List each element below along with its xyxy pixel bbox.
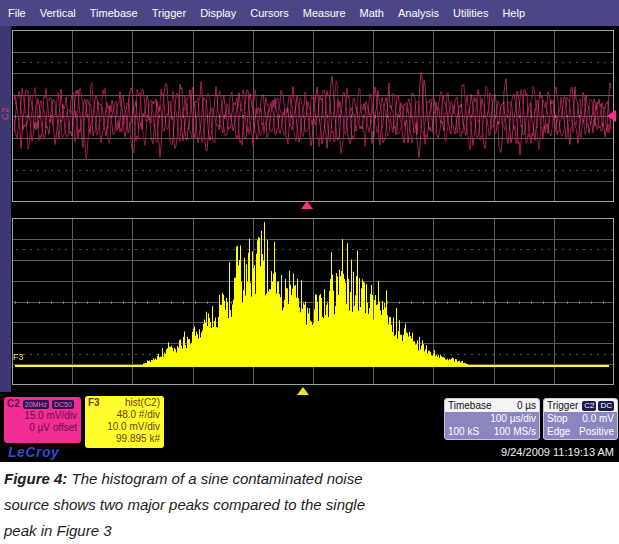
menu-vertical[interactable]: Vertical <box>40 7 76 19</box>
figure-caption-line3: peak in Figure 3 <box>4 522 112 539</box>
f3-function: hist(C2) <box>125 397 160 409</box>
trigger-title: Trigger <box>547 399 578 412</box>
left-frame-strip <box>0 26 11 392</box>
menu-math[interactable]: Math <box>360 7 384 19</box>
f3-trace-label: F3 <box>13 352 24 362</box>
menu-help[interactable]: Help <box>502 7 525 19</box>
c2-vertical-scale: 15.0 mV/div <box>7 410 77 422</box>
screenshot-root: File Vertical Timebase Trigger Display C… <box>0 0 619 544</box>
top-grid-c2-waveform[interactable] <box>12 30 614 202</box>
f3-population: 99.895 k# <box>88 433 160 445</box>
menu-bar: File Vertical Timebase Trigger Display C… <box>0 0 619 26</box>
trigger-coupling-badge: DC <box>598 401 614 411</box>
trigger-time-marker-icon[interactable] <box>301 201 313 209</box>
menu-measure[interactable]: Measure <box>303 7 346 19</box>
f3-vertical-scale: 48.0 #/div <box>88 409 160 421</box>
menu-timebase[interactable]: Timebase <box>90 7 138 19</box>
menu-file[interactable]: File <box>8 7 26 19</box>
lecroy-logo: LeCroy <box>8 444 59 460</box>
figure-caption-prefix: Figure 4: <box>4 470 67 487</box>
trigger-box[interactable]: Trigger C2 DC Stop 0.0 mV Edge Positive <box>543 398 618 440</box>
trigger-slope: Positive <box>579 425 614 438</box>
timebase-scale: 100 µs/div <box>490 412 536 425</box>
oscilloscope-window: File Vertical Timebase Trigger Display C… <box>0 0 619 462</box>
histogram-marker-icon[interactable] <box>297 387 309 395</box>
menu-utilities[interactable]: Utilities <box>453 7 488 19</box>
figure-caption-line1: The histogram of a sine contaminated noi… <box>72 470 363 487</box>
timebase-title: Timebase <box>448 399 492 412</box>
f3-descriptor-box[interactable]: F3 hist(C2) 48.0 #/div 10.0 mV/div 99.89… <box>85 396 164 448</box>
c2-bandwidth-badge: 20MHz <box>23 400 49 409</box>
c2-offset: 0 µV offset <box>7 422 77 434</box>
trigger-mode: Stop <box>547 412 568 425</box>
c2-trace-label: C2 <box>0 98 10 120</box>
menu-analysis[interactable]: Analysis <box>398 7 439 19</box>
trigger-type: Edge <box>547 425 570 438</box>
timestamp: 9/24/2009 11:19:13 AM <box>501 446 614 458</box>
menu-trigger[interactable]: Trigger <box>152 7 186 19</box>
c2-coupling-badge: DC50 <box>52 400 74 409</box>
timebase-box[interactable]: Timebase 0 µs 100 µs/div 100 kS 100 MS/s <box>444 398 540 440</box>
timebase-samples: 100 kS <box>448 425 479 438</box>
trigger-level-marker-icon[interactable] <box>607 110 616 122</box>
menu-display[interactable]: Display <box>200 7 236 19</box>
timebase-rate: 100 MS/s <box>494 425 536 438</box>
figure-caption-line2: source shows two major peaks compared to… <box>4 496 365 513</box>
f3-descriptor-title: F3 <box>88 397 100 409</box>
c2-descriptor-box[interactable]: C2 20MHz DC50 15.0 mV/div 0 µV offset <box>4 397 81 443</box>
trigger-source-badge: C2 <box>582 401 596 411</box>
figure-caption: Figure 4: The histogram of a sine contam… <box>4 466 504 544</box>
c2-descriptor-title: C2 <box>7 398 20 410</box>
timebase-delay: 0 µs <box>517 399 536 412</box>
bottom-grid-f3-histogram[interactable] <box>12 218 614 385</box>
menu-cursors[interactable]: Cursors <box>250 7 289 19</box>
f3-horizontal-scale: 10.0 mV/div <box>88 421 160 433</box>
trigger-level: 0.0 mV <box>582 412 614 425</box>
